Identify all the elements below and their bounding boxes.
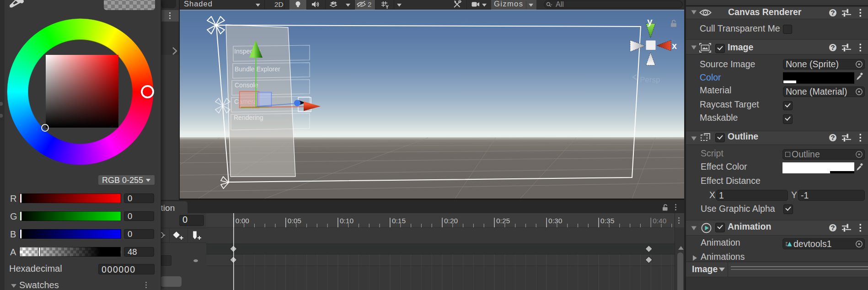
svg-text:0:40: 0:40	[653, 217, 667, 225]
svg-text:?: ?	[830, 43, 835, 51]
svg-text:x: x	[672, 41, 677, 51]
svg-text:Rendering: Rendering	[234, 114, 263, 121]
svg-text:0:10: 0:10	[340, 217, 354, 225]
svg-text:0:00: 0:00	[236, 217, 250, 225]
svg-text:0:20: 0:20	[444, 217, 458, 225]
svg-text:Persp: Persp	[640, 75, 660, 84]
svg-text:?: ?	[830, 9, 835, 16]
svg-text:0:25: 0:25	[496, 217, 510, 225]
svg-text:Bundle Explorer: Bundle Explorer	[235, 65, 280, 73]
svg-text:?: ?	[830, 223, 835, 231]
svg-text:0:35: 0:35	[600, 217, 614, 225]
svg-text:?: ?	[830, 133, 835, 141]
svg-text:0:15: 0:15	[392, 217, 406, 225]
svg-text:Console: Console	[235, 81, 258, 89]
svg-text:0:30: 0:30	[548, 217, 563, 225]
svg-text:y: y	[647, 16, 653, 27]
svg-text:0:05: 0:05	[288, 217, 301, 225]
